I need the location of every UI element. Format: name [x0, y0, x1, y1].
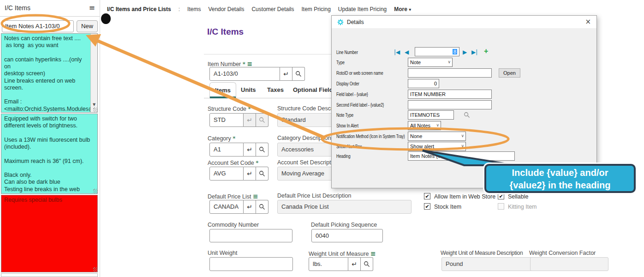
item-notes-sidebar: I/C Items ≡ Item Notes A1-103/0 New Note…	[0, 0, 100, 277]
type-dropdown[interactable]: Note∨	[408, 58, 453, 67]
note-textarea-partial[interactable]	[1, 273, 98, 277]
nav-item-vendor-details[interactable]: Vendor Details	[208, 6, 244, 12]
sidebar-menu-icon[interactable]: ≡	[89, 3, 95, 12]
tab-units[interactable]: Units	[241, 86, 256, 93]
go-button[interactable]: ↵	[244, 143, 256, 157]
finder-button[interactable]	[256, 167, 268, 181]
nav-item-update-item-pricing[interactable]: Update Item Pricing	[338, 6, 387, 12]
new-note-button[interactable]: New	[77, 20, 98, 32]
finder-menu-icon[interactable]: ≡	[253, 193, 258, 200]
finder-button[interactable]	[256, 200, 268, 214]
weight-uom-label: Weight Unit of Measure ≡	[309, 250, 376, 257]
price-list-desc-input: Canada Price List	[277, 200, 411, 214]
field-label-input[interactable]: ITEM NUMBER	[408, 90, 492, 99]
dialog-titlebar[interactable]: Details ×	[332, 16, 596, 28]
first-record-button[interactable]: |◀	[394, 49, 400, 55]
nav-brand: I/C Items and Price Lists	[107, 6, 171, 12]
tab-items[interactable]: Items	[209, 82, 236, 98]
price-list-desc-label: Default Price List Description	[277, 193, 351, 199]
category-desc-label: Category Description	[277, 135, 331, 141]
second-field-label-label: Second Field label - {value2}	[336, 102, 384, 108]
finder-button[interactable]	[361, 257, 373, 271]
weight-uom-input[interactable]: lbs.	[309, 257, 348, 271]
nav-item-customer-details[interactable]: Customer Details	[251, 6, 294, 12]
picking-label: Default Picking Sequence	[311, 222, 377, 228]
resize-grip[interactable]	[93, 267, 98, 272]
heading-input[interactable]: Item Notes {value}	[408, 151, 515, 161]
item-number-group: A1-103/0 ↵	[209, 67, 305, 81]
scroll-up-icon[interactable]: ▲	[91, 35, 97, 39]
notification-method-dropdown[interactable]: None∨	[408, 132, 466, 141]
prev-record-button[interactable]: ◀	[405, 49, 409, 55]
check-icon: ✔	[425, 204, 429, 210]
second-field-label-input[interactable]	[408, 100, 492, 109]
resize-grip[interactable]	[93, 108, 98, 112]
tab-taxes[interactable]: Taxes	[267, 86, 284, 93]
display-order-input[interactable]: 0	[408, 79, 439, 88]
check-icon: ✔	[425, 193, 429, 199]
chevron-down-icon: ∨	[461, 133, 464, 138]
category-input[interactable]: A1	[209, 143, 244, 157]
account-set-label: Account Set Code *	[208, 159, 259, 166]
resize-grip[interactable]	[93, 189, 98, 193]
unit-weight-input[interactable]	[209, 257, 293, 271]
checkbox-stock-item[interactable]: ✔	[424, 203, 430, 210]
account-set-input[interactable]: AVG	[209, 167, 244, 181]
category-group: A1 ↵	[209, 143, 268, 157]
finder-button[interactable]	[292, 67, 305, 81]
nav-more-menu[interactable]: More ▾	[394, 6, 411, 12]
note1-scrollbar[interactable]: ▲ ▼	[90, 34, 97, 112]
item-number-input[interactable]: A1-103/0	[209, 67, 280, 81]
next-record-button[interactable]: ▶	[463, 49, 467, 55]
show-in-alert-dropdown[interactable]: All Notes∨	[408, 121, 441, 130]
enter-icon: ↵	[247, 146, 252, 153]
sidebar-title: I/C Items	[5, 4, 30, 12]
price-list-input[interactable]: CANADA	[209, 200, 244, 214]
structure-code-input[interactable]: STD	[209, 113, 244, 127]
structure-code-label: Structure Code *	[208, 105, 251, 112]
enter-icon: ↵	[352, 260, 357, 268]
finder-menu-icon[interactable]: ≡	[247, 60, 252, 67]
show-alert-box-label: Show Alert Box	[336, 144, 362, 149]
screen: I/C Items ≡ Item Notes A1-103/0 New Note…	[0, 0, 644, 277]
search-icon	[364, 261, 370, 267]
picking-input[interactable]: 0040	[311, 229, 383, 242]
scroll-down-icon[interactable]: ▼	[91, 102, 97, 107]
note-title-input[interactable]: Item Notes A1-103/0	[2, 20, 74, 32]
check-icon: ✔	[499, 193, 503, 199]
nav-item-item-pricing[interactable]: Item Pricing	[301, 6, 330, 12]
rotoid-input[interactable]	[408, 68, 492, 78]
checkbox-allow-web-store[interactable]: ✔	[424, 193, 430, 199]
note-textarea-alert[interactable]: Requires special bulbs	[1, 195, 98, 272]
finder-menu-icon[interactable]: ≡	[370, 250, 376, 257]
note-textarea-2[interactable]: Equipped with switch for two different l…	[1, 114, 98, 194]
details-dialog: Details × Line Number |◀ ◀ 8 ▶ ▶| + Type…	[331, 15, 597, 188]
go-button[interactable]: ↵	[244, 200, 256, 214]
required-asterisk: *	[248, 105, 251, 112]
required-asterisk: *	[243, 60, 245, 67]
go-button[interactable]: ↵	[348, 257, 361, 271]
add-record-button[interactable]: +	[484, 47, 488, 55]
commodity-input[interactable]	[209, 229, 292, 242]
go-button[interactable]: ↵	[280, 67, 292, 81]
black-dot	[101, 13, 111, 24]
search-icon	[259, 117, 265, 123]
tab-optional-fields[interactable]: Optional Fields	[293, 86, 336, 93]
show-alert-box-dropdown[interactable]: Show alert∨	[408, 142, 466, 151]
nav-separator: :	[179, 6, 180, 12]
structure-code-group: STD ↵	[209, 113, 268, 127]
finder-button[interactable]	[256, 143, 268, 157]
go-button[interactable]: ↵	[244, 167, 256, 181]
checkbox-stock-item-label: Stock Item	[434, 204, 461, 210]
line-number-input[interactable]: 8	[415, 47, 459, 56]
nav-item-items[interactable]: Items	[187, 6, 201, 12]
last-record-button[interactable]: ▶|	[471, 49, 477, 55]
note-type-input[interactable]: ITEMNOTES	[408, 110, 454, 120]
note-textarea-1[interactable]: Notes can contain free text .... as long…	[1, 33, 98, 113]
checkbox-sellable[interactable]: ✔	[498, 193, 504, 199]
line-number-label: Line Number	[336, 50, 358, 55]
weight-conv-input	[530, 257, 608, 271]
more-caret-icon: ▾	[409, 7, 411, 12]
open-button[interactable]: Open	[499, 68, 520, 78]
close-icon[interactable]: ×	[585, 18, 591, 26]
